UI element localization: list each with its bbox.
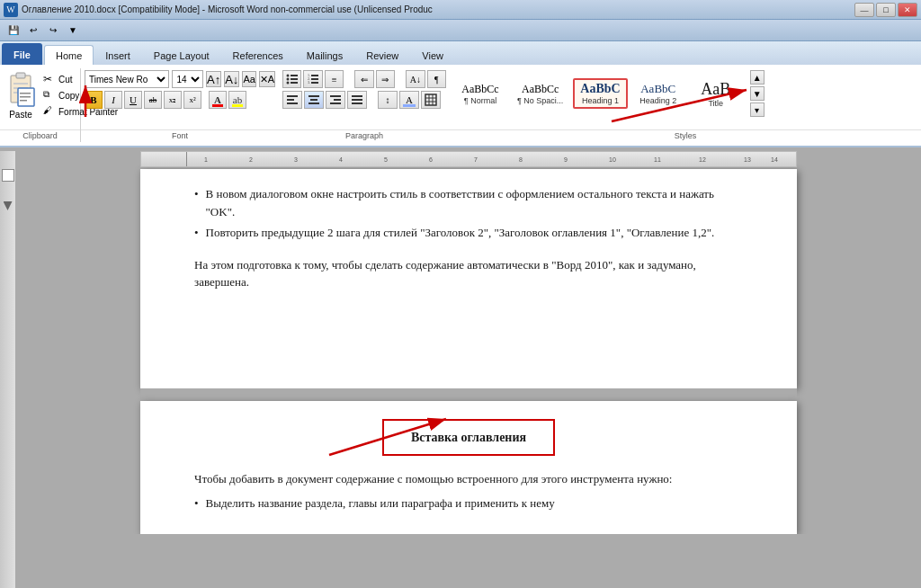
tab-page-layout[interactable]: Page Layout [142, 45, 221, 65]
svg-rect-6 [20, 93, 31, 94]
tab-references[interactable]: References [221, 45, 295, 65]
minimize-button[interactable]: — [854, 3, 874, 17]
customize-quick-btn[interactable]: ▼ [65, 22, 81, 39]
show-hide-button[interactable]: ¶ [427, 70, 446, 88]
heading1-style-preview: AaBbC [580, 82, 620, 96]
svg-rect-21 [287, 95, 298, 97]
style-normal[interactable]: AaBbCc ¶ Normal [453, 80, 507, 108]
font-group: Times New Ro 14 A↑ A↓ Aa ✕A B I U ab x₂ … [81, 68, 279, 142]
page1: • В новом диалоговом окне настроить стил… [140, 169, 797, 388]
svg-rect-33 [425, 94, 436, 105]
page1-bullet2: • Повторить предыдущие 2 шага для стилей… [194, 224, 743, 242]
paste-label: Paste [9, 110, 32, 120]
styles-group-label: Styles [450, 129, 921, 140]
text-color-button[interactable]: A [209, 91, 227, 109]
svg-rect-20 [311, 82, 318, 84]
styles-scroll-up[interactable]: ▲ [750, 70, 765, 85]
page2: Вставка оглавления Чтобы добавить в доку… [140, 401, 797, 534]
svg-rect-16 [311, 75, 318, 76]
title-bar-text: Оглавление 2010.docx [Compatibility Mode… [22, 4, 433, 14]
svg-rect-23 [287, 102, 298, 104]
shading-button[interactable]: A [399, 91, 419, 109]
styles-scroll-down[interactable]: ▼ [750, 86, 765, 101]
no-spacing-label: ¶ No Spaci... [517, 96, 563, 105]
ribbon: Paste ✂ Cut ⧉ Copy 🖌 Format Painter Clip… [0, 65, 921, 147]
paste-button[interactable]: Paste [4, 70, 38, 120]
svg-rect-7 [20, 96, 31, 98]
font-group-label: Font [81, 129, 279, 140]
no-spacing-preview: AaBbCc [522, 83, 559, 96]
bullets-button[interactable] [282, 70, 301, 88]
page1-bullet1: • В новом диалоговом окне настроить стил… [194, 185, 743, 220]
save-quick-btn[interactable]: 💾 [5, 22, 22, 39]
style-heading1[interactable]: AaBbC Heading 1 [573, 78, 627, 109]
tab-mailings[interactable]: Mailings [295, 45, 354, 65]
view-ruler-btn[interactable] [2, 169, 14, 182]
heading1-label: Heading 1 [582, 96, 619, 105]
strikethrough-button[interactable]: ab [144, 91, 162, 109]
paragraph-group: 1.2.3. ≡ ⇐ ⇒ A↓ ¶ ↕ [279, 68, 450, 142]
svg-rect-24 [308, 95, 319, 97]
close-button[interactable]: ✕ [898, 3, 917, 17]
svg-rect-2 [13, 83, 28, 85]
styles-more[interactable]: ▾ [750, 102, 765, 117]
svg-rect-31 [352, 99, 362, 101]
svg-text:3.: 3. [308, 80, 310, 85]
undo-quick-btn[interactable]: ↩ [25, 22, 41, 39]
copy-label: Copy [58, 91, 79, 101]
align-center-button[interactable] [304, 91, 324, 109]
horizontal-ruler: 1 2 3 4 5 6 7 8 9 10 11 12 13 14 [140, 151, 797, 167]
svg-rect-26 [308, 102, 319, 104]
underline-button[interactable]: U [124, 91, 142, 109]
bold-button[interactable]: B [85, 91, 103, 109]
font-size-select[interactable]: 14 [172, 70, 203, 88]
clear-format-button[interactable]: ✕A [259, 71, 275, 87]
style-no-spacing[interactable]: AaBbCc ¶ No Spaci... [511, 80, 569, 108]
italic-button[interactable]: I [104, 91, 122, 109]
borders-button[interactable] [421, 91, 441, 109]
numbering-button[interactable]: 1.2.3. [303, 70, 322, 88]
style-heading2[interactable]: AaBbC Heading 2 [631, 79, 685, 108]
shrink-font-button[interactable]: A↓ [224, 71, 239, 87]
svg-rect-8 [20, 100, 27, 102]
tab-home[interactable]: Home [44, 45, 94, 65]
svg-rect-10 [291, 75, 298, 76]
sort-button[interactable]: A↓ [406, 70, 425, 88]
tab-file[interactable]: File [2, 43, 42, 65]
page2-para1-text: Чтобы добавить в документ содержание с п… [194, 472, 672, 486]
multilevel-list-button[interactable]: ≡ [325, 70, 344, 88]
subscript-button[interactable]: x₂ [164, 91, 182, 109]
highlight-button[interactable]: ab [228, 91, 246, 109]
svg-rect-22 [287, 99, 294, 101]
svg-rect-29 [330, 102, 341, 104]
svg-rect-30 [352, 95, 362, 97]
tab-insert[interactable]: Insert [94, 45, 142, 65]
paste-icon [4, 70, 38, 110]
change-case-button[interactable]: Aa [242, 71, 256, 87]
align-right-button[interactable] [326, 91, 345, 109]
tab-review[interactable]: Review [354, 45, 410, 65]
line-spacing-button[interactable]: ↕ [378, 91, 398, 109]
normal-label: ¶ Normal [464, 96, 496, 105]
justify-button[interactable] [347, 91, 367, 109]
svg-rect-1 [16, 73, 25, 78]
superscript-button[interactable]: x² [183, 91, 201, 109]
redo-quick-btn[interactable]: ↪ [45, 22, 61, 39]
copy-icon: ⧉ [43, 89, 56, 102]
insert-heading: Вставка оглавления [382, 419, 555, 456]
paragraph-group-label: Paragraph [279, 129, 450, 140]
ribbon-tabs: File Home Insert Page Layout References … [0, 41, 921, 65]
align-left-button[interactable] [282, 91, 302, 109]
svg-rect-18 [311, 78, 318, 80]
tab-view[interactable]: View [410, 45, 455, 65]
quick-access-toolbar: 💾 ↩ ↪ ▼ [0, 20, 921, 41]
maximize-button[interactable]: □ [876, 3, 896, 17]
decrease-indent-button[interactable]: ⇐ [354, 70, 373, 88]
style-title[interactable]: AaB Title [689, 77, 743, 111]
font-name-select[interactable]: Times New Ro [85, 70, 169, 88]
increase-indent-button[interactable]: ⇒ [376, 70, 395, 88]
grow-font-button[interactable]: A↑ [206, 71, 221, 87]
svg-rect-12 [291, 78, 298, 80]
normal-preview: AaBbCc [461, 83, 498, 96]
page1-bullet2-text: Повторить предыдущие 2 шага для стилей "… [206, 224, 715, 242]
